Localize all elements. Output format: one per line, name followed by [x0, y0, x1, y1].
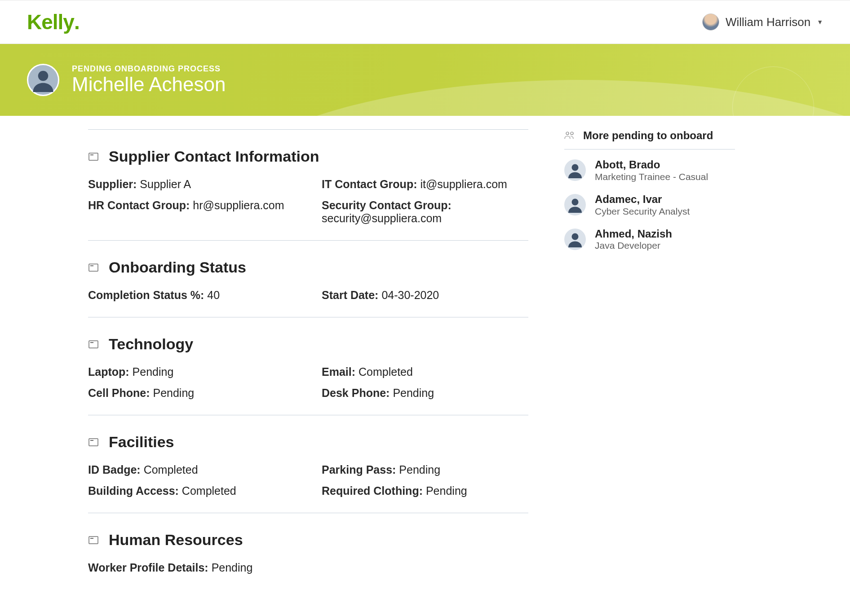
- brand-logo-text: Kelly: [27, 10, 74, 34]
- brand-logo-dot: .: [74, 10, 80, 34]
- svg-rect-1: [89, 153, 98, 160]
- user-name: William Harrison: [726, 15, 810, 29]
- field-label: Laptop:: [88, 365, 129, 378]
- user-avatar: [702, 13, 719, 31]
- svg-rect-4: [90, 265, 93, 266]
- field-security-contact: Security Contact Group: security@supplie…: [322, 199, 528, 225]
- pending-name: Adamec, Ivar: [595, 193, 690, 206]
- field-label: Parking Pass:: [322, 463, 396, 476]
- field-worker-profile: Worker Profile Details: Pending: [88, 561, 295, 574]
- pending-name: Ahmed, Nazish: [595, 228, 672, 241]
- page-title: Michelle Acheson: [72, 74, 226, 95]
- person-avatar: [27, 64, 59, 96]
- field-value: security@suppliera.com: [322, 212, 442, 224]
- section-title: Facilities: [109, 433, 174, 451]
- svg-rect-5: [89, 341, 98, 348]
- pending-item[interactable]: Adamec, Ivar Cyber Security Analyst: [564, 193, 735, 217]
- field-desk-phone: Desk Phone: Pending: [322, 387, 528, 400]
- field-value: hr@suppliera.com: [193, 199, 284, 211]
- user-menu[interactable]: William Harrison ▼: [702, 13, 823, 31]
- person-icon: [31, 68, 55, 92]
- field-clothing: Required Clothing: Pending: [322, 484, 528, 497]
- svg-point-12: [571, 132, 573, 135]
- pending-role: Java Developer: [595, 240, 672, 251]
- svg-rect-6: [90, 342, 93, 343]
- avatar: [564, 159, 586, 181]
- section-title: Technology: [109, 335, 193, 353]
- pending-item[interactable]: Abott, Brado Marketing Trainee - Casual: [564, 158, 735, 182]
- section-title: Human Resources: [109, 531, 243, 549]
- pending-item[interactable]: Ahmed, Nazish Java Developer: [564, 228, 735, 251]
- svg-point-0: [38, 71, 49, 81]
- section-facilities: Facilities ID Badge: Completed Parking P…: [88, 415, 528, 513]
- field-value: Completed: [182, 484, 236, 497]
- field-value: Pending: [212, 561, 253, 574]
- sidebar-more-pending: More pending to onboard Abott, Brado Mar…: [564, 116, 735, 251]
- field-value: Pending: [399, 463, 440, 476]
- pending-role: Cyber Security Analyst: [595, 206, 690, 217]
- field-start-date: Start Date: 04-30-2020: [322, 289, 528, 302]
- field-parking: Parking Pass: Pending: [322, 463, 528, 476]
- section-supplier: Supplier Contact Information Supplier: S…: [88, 129, 528, 240]
- field-label: Worker Profile Details:: [88, 561, 208, 574]
- field-value: Pending: [153, 387, 194, 399]
- field-label: Required Clothing:: [322, 484, 423, 497]
- field-value: Pending: [393, 387, 434, 399]
- hero-eyebrow: PENDING ONBOARDING PROCESS: [72, 64, 226, 74]
- field-label: Security Contact Group:: [322, 199, 452, 211]
- section-human-resources: Human Resources Worker Profile Details: …: [88, 513, 528, 590]
- people-icon: [564, 131, 575, 140]
- sidebar-title: More pending to onboard: [583, 129, 713, 142]
- section-title: Onboarding Status: [109, 259, 246, 276]
- svg-rect-2: [90, 154, 93, 155]
- hero-banner: PENDING ONBOARDING PROCESS Michelle Ache…: [0, 44, 850, 116]
- card-icon: [88, 262, 99, 273]
- svg-rect-7: [89, 439, 98, 446]
- field-email: Email: Completed: [322, 365, 528, 378]
- svg-point-15: [572, 233, 579, 240]
- field-label: Building Access:: [88, 484, 179, 497]
- section-onboarding-status: Onboarding Status Completion Status %: 4…: [88, 240, 528, 317]
- brand-logo[interactable]: Kelly.: [27, 10, 80, 34]
- avatar: [564, 229, 586, 250]
- svg-rect-10: [90, 538, 93, 539]
- svg-rect-8: [90, 440, 93, 441]
- field-label: IT Contact Group:: [322, 178, 417, 190]
- svg-point-11: [566, 132, 569, 135]
- field-value: 04-30-2020: [381, 289, 439, 301]
- field-label: Email:: [322, 365, 355, 378]
- field-label: Completion Status %:: [88, 289, 204, 301]
- card-icon: [88, 535, 99, 546]
- field-label: Supplier:: [88, 178, 137, 190]
- field-id-badge: ID Badge: Completed: [88, 463, 295, 476]
- person-icon: [567, 231, 583, 247]
- field-value: Supplier A: [140, 178, 191, 190]
- field-value: it@suppliera.com: [420, 178, 507, 190]
- field-value: 40: [207, 289, 220, 301]
- person-icon: [567, 162, 583, 178]
- field-value: Completed: [144, 463, 198, 476]
- field-it-contact: IT Contact Group: it@suppliera.com: [322, 178, 528, 191]
- top-bar: Kelly. William Harrison ▼: [0, 0, 850, 44]
- svg-rect-3: [89, 264, 98, 271]
- field-value: Pending: [133, 365, 174, 378]
- field-value: Completed: [359, 365, 413, 378]
- field-label: ID Badge:: [88, 463, 141, 476]
- field-building-access: Building Access: Completed: [88, 484, 295, 497]
- field-value: Pending: [426, 484, 467, 497]
- section-title: Supplier Contact Information: [109, 148, 319, 165]
- pending-role: Marketing Trainee - Casual: [595, 172, 708, 182]
- field-label: Cell Phone:: [88, 387, 150, 399]
- person-icon: [567, 197, 583, 213]
- card-icon: [88, 151, 99, 162]
- card-icon: [88, 339, 99, 350]
- field-hr-contact: HR Contact Group: hr@suppliera.com: [88, 199, 295, 225]
- field-label: HR Contact Group:: [88, 199, 190, 211]
- chevron-down-icon: ▼: [817, 18, 823, 26]
- field-laptop: Laptop: Pending: [88, 365, 295, 378]
- svg-point-14: [572, 199, 579, 206]
- field-label: Start Date:: [322, 289, 378, 301]
- pending-name: Abott, Brado: [595, 158, 708, 172]
- field-cell-phone: Cell Phone: Pending: [88, 387, 295, 400]
- field-label: Desk Phone:: [322, 387, 390, 399]
